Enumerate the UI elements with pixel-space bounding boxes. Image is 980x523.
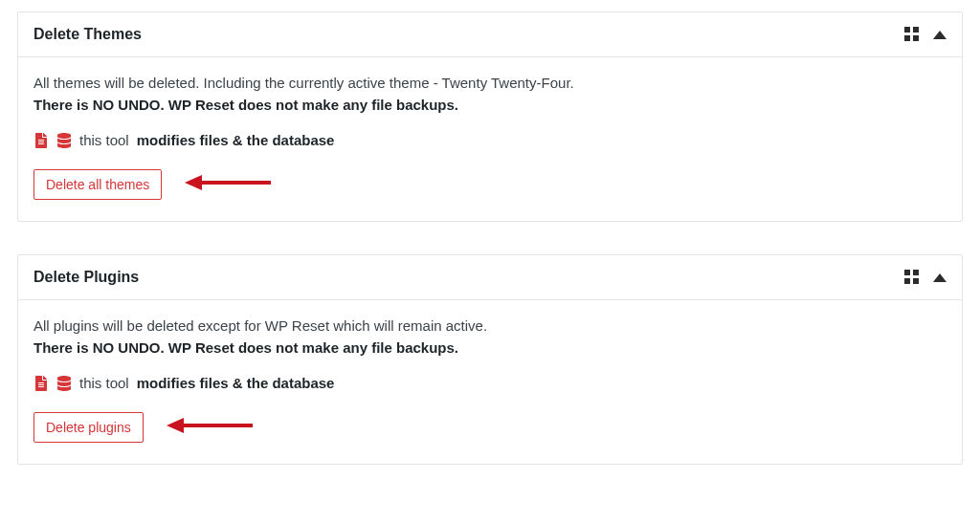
description-text: All plugins will be deleted except for W… [33,317,947,334]
button-row: Delete all themes [33,169,947,200]
file-icon [33,376,49,391]
tool-prefix-text: this tool [79,375,129,391]
database-icon [56,133,72,148]
description-text: All themes will be deleted. Including th… [33,75,947,91]
tool-prefix-text: this tool [79,132,129,148]
button-row: Delete plugins [33,412,947,443]
svg-marker-3 [167,418,184,433]
tool-emphasis-text: modifies files & the database [137,375,335,391]
card-controls [904,270,947,285]
card-body: All themes will be deleted. Including th… [18,57,962,221]
card-header: Delete Themes [18,12,962,57]
delete-all-themes-button[interactable]: Delete all themes [33,169,162,200]
card-title: Delete Plugins [33,269,139,286]
card-body: All plugins will be deleted except for W… [18,300,962,464]
svg-marker-1 [185,175,202,190]
card-delete-plugins: Delete Plugins All plugins will be delet… [17,254,963,465]
tool-line: this tool modifies files & the database [33,375,947,391]
database-icon [56,376,72,391]
chevron-up-icon[interactable] [933,273,947,282]
arrow-annotation-icon [185,172,271,197]
tool-emphasis-text: modifies files & the database [137,132,335,148]
grid-icon[interactable] [904,270,920,285]
card-header: Delete Plugins [18,255,962,300]
card-delete-themes: Delete Themes All themes will be deleted… [17,11,963,222]
tool-line: this tool modifies files & the database [33,132,947,148]
warning-text: There is NO UNDO. WP Reset does not make… [33,339,947,356]
card-controls [904,27,947,42]
arrow-annotation-icon [167,415,253,440]
file-icon [33,133,49,148]
delete-plugins-button[interactable]: Delete plugins [33,412,144,443]
card-title: Delete Themes [33,26,142,43]
grid-icon[interactable] [904,27,920,42]
chevron-up-icon[interactable] [933,31,947,39]
warning-text: There is NO UNDO. WP Reset does not make… [33,97,947,113]
